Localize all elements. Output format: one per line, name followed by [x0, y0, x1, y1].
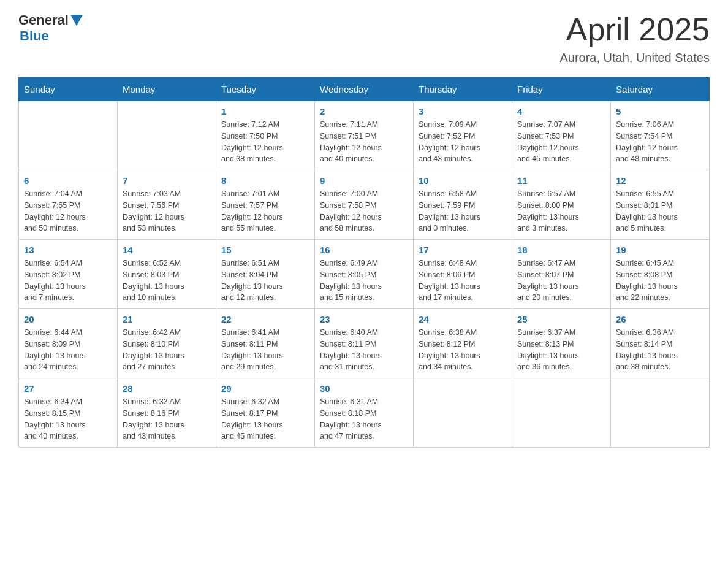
- day-info: Sunrise: 6:34 AM Sunset: 8:15 PM Dayligh…: [24, 396, 112, 442]
- day-number: 15: [221, 245, 309, 255]
- day-info: Sunrise: 6:38 AM Sunset: 8:12 PM Dayligh…: [419, 327, 507, 373]
- day-info: Sunrise: 6:33 AM Sunset: 8:16 PM Dayligh…: [123, 396, 211, 442]
- day-number: 24: [419, 314, 507, 324]
- day-info: Sunrise: 6:44 AM Sunset: 8:09 PM Dayligh…: [24, 327, 112, 373]
- weekday-header: Sunday: [19, 78, 118, 101]
- day-info: Sunrise: 7:12 AM Sunset: 7:50 PM Dayligh…: [221, 119, 309, 165]
- day-number: 8: [221, 175, 309, 186]
- day-info: Sunrise: 7:04 AM Sunset: 7:55 PM Dayligh…: [24, 188, 112, 234]
- day-info: Sunrise: 6:37 AM Sunset: 8:13 PM Dayligh…: [517, 327, 605, 373]
- calendar-cell: 21Sunrise: 6:42 AM Sunset: 8:10 PM Dayli…: [118, 309, 216, 378]
- calendar-cell: 28Sunrise: 6:33 AM Sunset: 8:16 PM Dayli…: [118, 378, 216, 448]
- calendar-week-row: 27Sunrise: 6:34 AM Sunset: 8:15 PM Dayli…: [19, 378, 710, 448]
- day-info: Sunrise: 7:07 AM Sunset: 7:53 PM Dayligh…: [517, 119, 605, 165]
- calendar-cell: 25Sunrise: 6:37 AM Sunset: 8:13 PM Dayli…: [512, 309, 611, 378]
- weekday-header: Monday: [118, 78, 216, 101]
- day-number: 25: [517, 314, 605, 324]
- calendar-cell: [118, 101, 216, 170]
- day-number: 29: [221, 383, 309, 394]
- day-number: 12: [616, 175, 704, 186]
- day-info: Sunrise: 7:01 AM Sunset: 7:57 PM Dayligh…: [221, 188, 309, 234]
- day-info: Sunrise: 6:42 AM Sunset: 8:10 PM Dayligh…: [123, 327, 211, 373]
- calendar-cell: [611, 378, 710, 448]
- day-number: 17: [419, 245, 507, 255]
- day-info: Sunrise: 7:03 AM Sunset: 7:56 PM Dayligh…: [123, 188, 211, 234]
- day-number: 13: [24, 245, 112, 255]
- day-number: 22: [221, 314, 309, 324]
- day-info: Sunrise: 6:57 AM Sunset: 8:00 PM Dayligh…: [517, 188, 605, 234]
- day-info: Sunrise: 6:49 AM Sunset: 8:05 PM Dayligh…: [320, 258, 408, 304]
- day-number: 1: [221, 106, 309, 117]
- day-info: Sunrise: 7:06 AM Sunset: 7:54 PM Dayligh…: [616, 119, 704, 165]
- calendar-cell: 24Sunrise: 6:38 AM Sunset: 8:12 PM Dayli…: [414, 309, 512, 378]
- day-number: 6: [24, 175, 112, 186]
- logo-general-text: General: [18, 12, 69, 28]
- calendar-week-row: 13Sunrise: 6:54 AM Sunset: 8:02 PM Dayli…: [19, 240, 710, 309]
- calendar-cell: 30Sunrise: 6:31 AM Sunset: 8:18 PM Dayli…: [315, 378, 414, 448]
- title-block: April 2025 Aurora, Utah, United States: [559, 12, 710, 65]
- calendar-cell: 9Sunrise: 7:00 AM Sunset: 7:58 PM Daylig…: [315, 170, 414, 240]
- calendar-cell: 11Sunrise: 6:57 AM Sunset: 8:00 PM Dayli…: [512, 170, 611, 240]
- day-number: 7: [123, 175, 211, 186]
- day-number: 14: [123, 245, 211, 255]
- calendar-cell: 26Sunrise: 6:36 AM Sunset: 8:14 PM Dayli…: [611, 309, 710, 378]
- location-title: Aurora, Utah, United States: [559, 51, 710, 65]
- day-info: Sunrise: 6:54 AM Sunset: 8:02 PM Dayligh…: [24, 258, 112, 304]
- day-number: 9: [320, 175, 408, 186]
- day-info: Sunrise: 6:58 AM Sunset: 7:59 PM Dayligh…: [419, 188, 507, 234]
- weekday-header: Saturday: [611, 78, 710, 101]
- calendar-cell: 29Sunrise: 6:32 AM Sunset: 8:17 PM Dayli…: [216, 378, 315, 448]
- day-number: 23: [320, 314, 408, 324]
- day-number: 3: [419, 106, 507, 117]
- logo: General Blue: [18, 12, 83, 44]
- day-number: 2: [320, 106, 408, 117]
- calendar-table: SundayMondayTuesdayWednesdayThursdayFrid…: [18, 77, 710, 448]
- calendar-cell: [19, 101, 118, 170]
- day-info: Sunrise: 7:11 AM Sunset: 7:51 PM Dayligh…: [320, 119, 408, 165]
- day-number: 5: [616, 106, 704, 117]
- calendar-cell: 1Sunrise: 7:12 AM Sunset: 7:50 PM Daylig…: [216, 101, 315, 170]
- calendar-cell: 14Sunrise: 6:52 AM Sunset: 8:03 PM Dayli…: [118, 240, 216, 309]
- calendar-cell: 16Sunrise: 6:49 AM Sunset: 8:05 PM Dayli…: [315, 240, 414, 309]
- day-number: 18: [517, 245, 605, 255]
- logo-triangle-icon: [70, 15, 83, 26]
- day-info: Sunrise: 6:55 AM Sunset: 8:01 PM Dayligh…: [616, 188, 704, 234]
- calendar-cell: 8Sunrise: 7:01 AM Sunset: 7:57 PM Daylig…: [216, 170, 315, 240]
- day-info: Sunrise: 6:48 AM Sunset: 8:06 PM Dayligh…: [419, 258, 507, 304]
- page-header: General Blue April 2025 Aurora, Utah, Un…: [18, 12, 710, 65]
- svg-marker-0: [70, 15, 83, 26]
- calendar-cell: 4Sunrise: 7:07 AM Sunset: 7:53 PM Daylig…: [512, 101, 611, 170]
- day-number: 30: [320, 383, 408, 394]
- month-title: April 2025: [559, 12, 710, 47]
- weekday-header: Wednesday: [315, 78, 414, 101]
- logo-blue-text: Blue: [20, 28, 49, 44]
- calendar-cell: 18Sunrise: 6:47 AM Sunset: 8:07 PM Dayli…: [512, 240, 611, 309]
- day-info: Sunrise: 7:00 AM Sunset: 7:58 PM Dayligh…: [320, 188, 408, 234]
- calendar-cell: 23Sunrise: 6:40 AM Sunset: 8:11 PM Dayli…: [315, 309, 414, 378]
- day-info: Sunrise: 6:47 AM Sunset: 8:07 PM Dayligh…: [517, 258, 605, 304]
- day-number: 20: [24, 314, 112, 324]
- day-number: 4: [517, 106, 605, 117]
- weekday-header: Friday: [512, 78, 611, 101]
- calendar-cell: 13Sunrise: 6:54 AM Sunset: 8:02 PM Dayli…: [19, 240, 118, 309]
- day-number: 28: [123, 383, 211, 394]
- day-info: Sunrise: 6:31 AM Sunset: 8:18 PM Dayligh…: [320, 396, 408, 442]
- day-info: Sunrise: 6:41 AM Sunset: 8:11 PM Dayligh…: [221, 327, 309, 373]
- calendar-cell: 10Sunrise: 6:58 AM Sunset: 7:59 PM Dayli…: [414, 170, 512, 240]
- day-number: 19: [616, 245, 704, 255]
- day-info: Sunrise: 6:45 AM Sunset: 8:08 PM Dayligh…: [616, 258, 704, 304]
- day-info: Sunrise: 6:36 AM Sunset: 8:14 PM Dayligh…: [616, 327, 704, 373]
- day-number: 10: [419, 175, 507, 186]
- calendar-cell: 6Sunrise: 7:04 AM Sunset: 7:55 PM Daylig…: [19, 170, 118, 240]
- day-info: Sunrise: 6:40 AM Sunset: 8:11 PM Dayligh…: [320, 327, 408, 373]
- calendar-cell: 19Sunrise: 6:45 AM Sunset: 8:08 PM Dayli…: [611, 240, 710, 309]
- calendar-cell: 7Sunrise: 7:03 AM Sunset: 7:56 PM Daylig…: [118, 170, 216, 240]
- calendar-cell: 3Sunrise: 7:09 AM Sunset: 7:52 PM Daylig…: [414, 101, 512, 170]
- calendar-cell: 27Sunrise: 6:34 AM Sunset: 8:15 PM Dayli…: [19, 378, 118, 448]
- calendar-cell: [512, 378, 611, 448]
- day-info: Sunrise: 6:52 AM Sunset: 8:03 PM Dayligh…: [123, 258, 211, 304]
- day-info: Sunrise: 7:09 AM Sunset: 7:52 PM Dayligh…: [419, 119, 507, 165]
- day-number: 27: [24, 383, 112, 394]
- day-info: Sunrise: 6:32 AM Sunset: 8:17 PM Dayligh…: [221, 396, 309, 442]
- calendar-header-row: SundayMondayTuesdayWednesdayThursdayFrid…: [19, 78, 710, 101]
